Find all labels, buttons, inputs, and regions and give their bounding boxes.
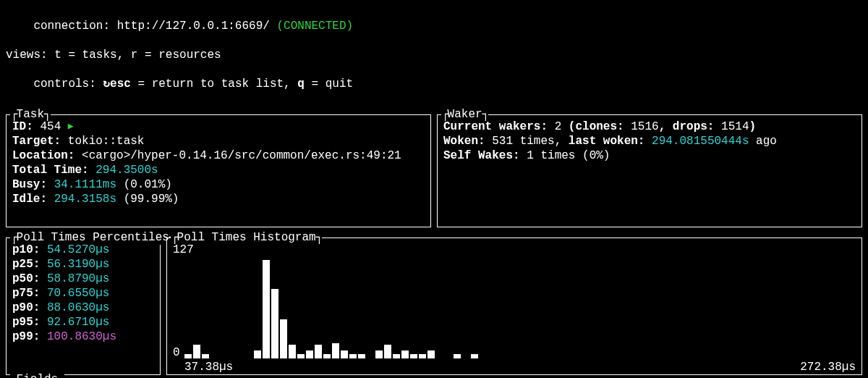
- percentile-row: p90: 88.0630µs: [12, 301, 154, 315]
- connection-line: connection: http://127.0.0.1:6669/ (CONN…: [6, 4, 862, 48]
- hist-bar: [427, 350, 435, 358]
- percentile-value: 70.6550µs: [40, 287, 109, 300]
- percentile-label: p10:: [12, 243, 40, 256]
- hist-yzero: 0: [173, 345, 180, 360]
- hist-xmin: 37.38µs: [184, 360, 233, 374]
- controls-q: q: [297, 77, 305, 91]
- hist-bar: [375, 350, 383, 358]
- hist-bar: [393, 354, 400, 358]
- percentile-row: p99: 100.8630µs: [12, 329, 154, 344]
- percentile-label: p90:: [12, 301, 40, 314]
- waker-drops: 1514: [721, 120, 749, 133]
- percentile-value: 58.8790µs: [40, 272, 109, 285]
- hist-bar: [332, 343, 339, 358]
- hist-bar: [384, 345, 391, 358]
- waker-self-line: Self Wakes: 1 times (0%): [443, 148, 856, 163]
- hist-bar: [454, 354, 461, 358]
- idle-time: 294.3158s: [54, 193, 116, 206]
- hist-bar: [323, 354, 331, 358]
- waker-woken-line: Woken: 531 times, last woken: 294.081550…: [443, 134, 856, 148]
- waker-self-count: 1: [527, 149, 534, 162]
- task-id: 454: [40, 120, 61, 133]
- hist-bar: [289, 345, 296, 358]
- conn-label: connection:: [33, 20, 116, 33]
- fields-legend: ┌Fields┐: [10, 372, 64, 378]
- percentile-value: 88.0630µs: [40, 301, 109, 314]
- hist-bar: [410, 354, 417, 358]
- percentile-value: 100.8630µs: [40, 330, 116, 343]
- hist-bar: [349, 354, 357, 358]
- controls-line: controls: ↻esc = return to task list, q …: [6, 62, 862, 106]
- task-id-line: ID: 454 ▶: [12, 119, 425, 134]
- task-target-line: Target: tokio::task: [12, 134, 425, 148]
- percentile-row: p25: 56.3190µs: [12, 257, 154, 272]
- percentile-value: 54.5270µs: [40, 243, 109, 256]
- total-time: 294.3500s: [95, 164, 158, 177]
- task-location: <cargo>/hyper-0.14.16/src/common/exec.rs…: [82, 149, 401, 162]
- hist-bar: [263, 260, 270, 358]
- id-label: ID:: [12, 120, 33, 133]
- hist-bar: [280, 319, 287, 358]
- percentiles-panel: ┌Poll Times Percentiles┐ p10: 54.5270µsp…: [6, 238, 161, 375]
- waker-last: 294.081550444s: [652, 135, 749, 148]
- waker-clones: 1516: [631, 120, 658, 133]
- controls-prefix: controls:: [33, 77, 103, 91]
- percentile-row: p50: 58.8790µs: [12, 272, 154, 286]
- histogram-panel: ┌Poll Times Histogram┐ 127 0 37.38µs 272…: [166, 238, 862, 375]
- percentile-value: 56.3190µs: [40, 258, 109, 271]
- hist-bar: [315, 345, 322, 358]
- total-label: Total Time:: [12, 164, 89, 177]
- task-idle-line: Idle: 294.3158s (99.99%): [12, 192, 425, 206]
- percentile-label: p25:: [12, 258, 40, 271]
- task-panel: ┌Task┐ ID: 454 ▶ Target: tokio::task Loc…: [6, 114, 431, 227]
- views-line: views: t = tasks, r = resources: [6, 48, 862, 62]
- percentile-row: p75: 70.6550µs: [12, 286, 154, 301]
- busy-label: Busy:: [12, 178, 47, 191]
- task-total-line: Total Time: 294.3500s: [12, 163, 425, 177]
- percentile-label: p50:: [12, 272, 40, 285]
- busy-time: 34.1111ms: [54, 178, 116, 191]
- hist-bar: [202, 354, 209, 358]
- header: connection: http://127.0.0.1:6669/ (CONN…: [6, 4, 862, 106]
- controls-esc-desc: = return to task list,: [131, 77, 297, 91]
- hist-bar: [254, 350, 261, 358]
- task-location-line: Location: <cargo>/hyper-0.14.16/src/comm…: [12, 148, 425, 163]
- waker-current: 2: [555, 120, 562, 133]
- percentile-label: p95:: [12, 316, 40, 329]
- busy-pct: (0.01%): [124, 178, 172, 191]
- hist-xmax: 272.38µs: [800, 360, 856, 374]
- percentile-value: 92.6710µs: [40, 316, 109, 329]
- controls-esc: ↻esc: [103, 77, 130, 91]
- idle-pct: (99.99%): [124, 193, 179, 206]
- waker-current-line: Current wakers: 2 (clones: 1516, drops: …: [443, 119, 856, 134]
- location-label: Location:: [12, 149, 75, 162]
- waker-panel: ┌Waker┐ Current wakers: 2 (clones: 1516,…: [437, 114, 862, 227]
- hist-ymax: 127: [173, 243, 194, 257]
- hist-bar: [471, 354, 478, 358]
- percentile-label: p75:: [12, 287, 40, 300]
- conn-status: (CONNECTED): [276, 20, 353, 33]
- waker-legend: ┌Waker┐: [441, 107, 488, 122]
- hist-bar: [271, 289, 278, 358]
- percentile-label: p99:: [12, 330, 40, 343]
- play-icon: ▶: [68, 121, 74, 132]
- hist-bar: [358, 354, 365, 358]
- idle-label: Idle:: [12, 193, 47, 206]
- conn-url: http://127.0.0.1:6669/: [117, 20, 270, 33]
- hist-bar: [306, 350, 313, 358]
- hist-bar: [419, 354, 426, 358]
- hist-bar: [193, 345, 200, 358]
- waker-woken: 531: [492, 135, 513, 148]
- percentile-row: p10: 54.5270µs: [12, 243, 154, 257]
- task-busy-line: Busy: 34.1111ms (0.01%): [12, 177, 425, 192]
- hist-bar: [341, 350, 348, 358]
- hist-bar: [184, 354, 192, 358]
- hist-bar: [401, 350, 409, 358]
- hist-bars: [184, 260, 856, 358]
- hist-bar: [297, 354, 305, 358]
- target-label: Target:: [12, 135, 61, 148]
- percentiles-legend: ┌Poll Times Percentiles┐: [10, 230, 175, 245]
- task-legend: ┌Task┐: [10, 107, 51, 122]
- controls-q-desc: = quit: [305, 77, 353, 91]
- task-target: tokio::task: [68, 135, 145, 148]
